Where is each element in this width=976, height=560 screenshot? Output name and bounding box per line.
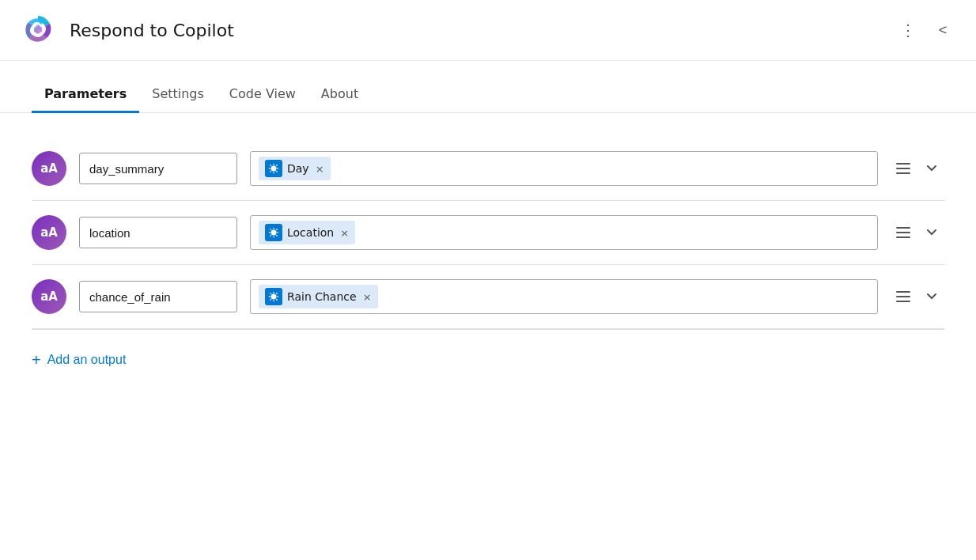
- svg-line-33: [276, 293, 277, 294]
- svg-point-14: [271, 230, 277, 236]
- row-actions-chance-of-rain: [891, 284, 944, 309]
- svg-rect-13: [896, 172, 910, 174]
- more-options-button[interactable]: ⋮: [894, 16, 922, 44]
- svg-line-34: [270, 299, 271, 300]
- tag-icon-rain-chance: [265, 288, 282, 305]
- svg-rect-36: [896, 296, 910, 297]
- svg-line-22: [270, 235, 271, 236]
- tag-icon-location: [265, 224, 282, 241]
- param-name-location[interactable]: [79, 217, 237, 248]
- add-output-plus: +: [32, 352, 41, 368]
- param-value-day-summary: Day ×: [250, 151, 878, 186]
- add-output-button[interactable]: + Add an output: [32, 349, 126, 371]
- row-expand-chance-of-rain[interactable]: [919, 284, 944, 309]
- svg-line-32: [276, 299, 277, 300]
- svg-line-9: [276, 165, 277, 166]
- main-content: aA Day ×: [0, 113, 976, 395]
- tag-label-rain-chance: Rain Chance: [287, 290, 357, 303]
- svg-rect-25: [896, 236, 910, 238]
- tag-location: Location ×: [259, 221, 355, 244]
- svg-rect-37: [896, 301, 910, 302]
- header-actions: ⋮ <: [894, 16, 957, 44]
- param-row-location: aA Location: [32, 201, 944, 265]
- header: Respond to Copilot ⋮ <: [0, 0, 976, 61]
- avatar-day-summary: aA: [32, 151, 66, 186]
- svg-point-2: [271, 166, 277, 172]
- tag-label-day: Day: [287, 162, 309, 175]
- param-row-day-summary: aA Day ×: [32, 137, 944, 201]
- svg-rect-24: [896, 232, 910, 233]
- param-value-chance-of-rain: Rain Chance ×: [250, 279, 878, 314]
- app-logo: [19, 11, 57, 49]
- row-menu-chance-of-rain[interactable]: [891, 284, 916, 309]
- svg-rect-35: [896, 291, 910, 293]
- svg-line-31: [270, 293, 271, 294]
- svg-line-8: [276, 171, 277, 172]
- row-expand-day-summary[interactable]: [919, 156, 944, 181]
- row-menu-day-summary[interactable]: [891, 156, 916, 181]
- svg-rect-23: [896, 227, 910, 229]
- svg-line-19: [270, 229, 271, 230]
- param-name-chance-of-rain[interactable]: [79, 281, 237, 312]
- param-row-chance-of-rain: aA Rain Chance: [32, 265, 944, 329]
- tab-parameters[interactable]: Parameters: [32, 77, 139, 113]
- bottom-divider: [32, 329, 944, 330]
- tag-close-rain-chance[interactable]: ×: [363, 291, 372, 303]
- tabs: Parameters Settings Code View About: [0, 77, 976, 113]
- svg-point-26: [271, 294, 277, 300]
- svg-rect-11: [896, 163, 910, 165]
- avatar-chance-of-rain: aA: [32, 279, 66, 314]
- page-title: Respond to Copilot: [70, 21, 894, 40]
- row-actions-location: [891, 220, 944, 245]
- svg-line-7: [270, 165, 271, 166]
- tag-label-location: Location: [287, 226, 334, 239]
- tag-day: Day ×: [259, 157, 331, 180]
- svg-rect-12: [896, 168, 910, 169]
- tag-close-day[interactable]: ×: [316, 163, 324, 175]
- tag-close-location[interactable]: ×: [340, 227, 349, 239]
- svg-line-20: [276, 235, 277, 236]
- tab-about[interactable]: About: [308, 77, 371, 113]
- tag-rain-chance: Rain Chance ×: [259, 285, 378, 308]
- tab-settings[interactable]: Settings: [139, 77, 217, 113]
- svg-line-10: [270, 171, 271, 172]
- param-name-day-summary[interactable]: [79, 153, 237, 184]
- row-menu-location[interactable]: [891, 220, 916, 245]
- svg-line-21: [276, 229, 277, 230]
- tag-icon-day: [265, 160, 282, 177]
- avatar-location: aA: [32, 215, 66, 250]
- add-output-label: Add an output: [47, 353, 127, 367]
- row-expand-location[interactable]: [919, 220, 944, 245]
- back-button[interactable]: <: [929, 16, 957, 44]
- row-actions-day-summary: [891, 156, 944, 181]
- param-value-location: Location ×: [250, 215, 878, 250]
- tab-code-view[interactable]: Code View: [217, 77, 308, 113]
